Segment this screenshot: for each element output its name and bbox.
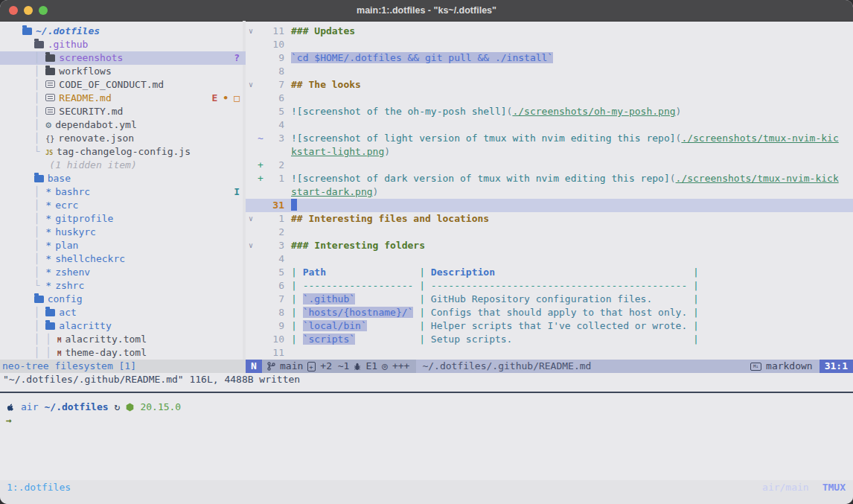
- editor-line[interactable]: 8: [246, 65, 853, 78]
- tree-item-label: tag-changelog-config.js: [57, 146, 191, 157]
- text-segment: `cd $HOME/.dotfiles && git pull && ./ins…: [291, 52, 553, 63]
- asterisk-file-icon: *: [45, 239, 51, 252]
- statusline-extra: +++: [392, 360, 409, 373]
- tree-item-screenshots[interactable]: │ screenshots?: [0, 51, 246, 65]
- fold-arrow-icon[interactable]: ∨: [246, 212, 256, 226]
- editor-line[interactable]: ~3![screenshot of light version of tmux …: [246, 132, 853, 145]
- tree-item--github[interactable]: .github: [0, 38, 246, 51]
- line-text: ![screenshot of the oh-my-posh shell](./…: [291, 105, 853, 118]
- editor-line[interactable]: ∨1## Interesting files and locations: [246, 212, 853, 226]
- titlebar[interactable]: main:1:.dotfiles - "ks~/.dotfiles": [0, 0, 853, 22]
- git-diff: +2 ~1: [320, 360, 349, 373]
- editor-line[interactable]: kstart-light.png): [246, 145, 853, 159]
- tree-item-ecrc[interactable]: │ *ecrc: [0, 199, 246, 212]
- tree-item-alacritty-toml[interactable]: │ │ Malacritty.toml: [0, 333, 246, 346]
- tree-item-act[interactable]: │ act: [0, 306, 246, 319]
- text-segment: ![screenshot of light version of tmux wi…: [291, 133, 676, 144]
- text-segment: |: [419, 307, 425, 318]
- editor-line[interactable]: 6: [246, 92, 853, 105]
- text-segment: `scripts`: [303, 334, 355, 345]
- tree-guide: │ │: [22, 334, 57, 345]
- editor-line[interactable]: 4: [246, 252, 853, 266]
- fold-arrow-icon[interactable]: ∨: [246, 239, 256, 252]
- line-number: 4: [265, 118, 284, 132]
- tree-item-readme-md[interactable]: │ README.mdE•□: [0, 92, 246, 105]
- line-text: | ------------------- | ----------------…: [291, 279, 853, 293]
- editor-line[interactable]: start-dark.png): [246, 185, 853, 199]
- text-segment: |: [291, 320, 297, 331]
- statusline-filename: ~/.dotfiles/.github/README.md: [416, 360, 750, 373]
- text-segment: ./screenshots/tmux-nvim-kick: [676, 173, 839, 184]
- editor-line[interactable]: 6| ------------------- | ---------------…: [246, 279, 853, 293]
- editor-line[interactable]: 11: [246, 346, 853, 360]
- tree-item-code-of-conduct-md[interactable]: │ CODE_OF_CONDUCT.md: [0, 78, 246, 92]
- text-segment: [297, 334, 303, 345]
- tree-item-security-md[interactable]: │ SECURITY.md: [0, 105, 246, 118]
- text-segment: [425, 334, 431, 345]
- tmux-status-bar: 1:.dotfiles air/main TMUX: [0, 480, 853, 504]
- tmux-window-tab[interactable]: 1:.dotfiles: [7, 480, 71, 497]
- editor-line[interactable]: 8| `hosts/{hostname}/` | Configs that sh…: [246, 306, 853, 319]
- text-segment: Helper scripts that I've collected or wr…: [431, 320, 687, 331]
- fold-column: [246, 145, 256, 159]
- editor-line[interactable]: ∨3### Interesting folders: [246, 239, 853, 252]
- editor-line[interactable]: 2: [246, 226, 853, 239]
- line-number: 2: [265, 159, 284, 172]
- editor-line[interactable]: ∨7## The looks: [246, 78, 853, 92]
- tree-item-renovate-json[interactable]: │ {}renovate.json: [0, 132, 246, 145]
- tree-item-huskyrc[interactable]: │ *huskyrc: [0, 226, 246, 239]
- line-number: 31: [265, 199, 284, 212]
- tree-item-plan[interactable]: │ *plan: [0, 239, 246, 252]
- editor-line[interactable]: 10: [246, 38, 853, 51]
- prompt-arrow[interactable]: →: [6, 414, 12, 427]
- gear-icon: ⚙: [45, 118, 51, 132]
- editor-line[interactable]: 5![screenshot of the oh-my-posh shell](.…: [246, 105, 853, 118]
- tree-item-alacritty[interactable]: │ alacritty: [0, 319, 246, 333]
- tree-item--1-hidden-item-[interactable]: (1 hidden item): [0, 159, 246, 172]
- editor-line[interactable]: 7| `.github` | GitHub Repository configu…: [246, 293, 853, 306]
- tree-item-zshrc[interactable]: └ *zshrc: [0, 279, 246, 293]
- line-number: 5: [265, 105, 284, 118]
- filetype-segment: M↓ markdown: [750, 360, 820, 373]
- editor-line[interactable]: 5| Path | Description |: [246, 266, 853, 279]
- tree-item-tag-changelog-config-js[interactable]: └ JStag-changelog-config.js: [0, 145, 246, 159]
- tree-item-bashrc[interactable]: │ *bashrcI: [0, 185, 246, 199]
- fold-column: [246, 172, 256, 185]
- asterisk-file-icon: *: [45, 226, 51, 239]
- editor-pane[interactable]: ∨11### Updates109`cd $HOME/.dotfiles && …: [246, 25, 853, 360]
- tree-item-label: zshrc: [55, 280, 84, 291]
- text-segment: [297, 307, 303, 318]
- editor-line[interactable]: 9`cd $HOME/.dotfiles && git pull && ./in…: [246, 51, 853, 65]
- editor-line[interactable]: 10| `scripts` | Setup scripts. |: [246, 333, 853, 346]
- editor-line[interactable]: ∨11### Updates: [246, 25, 853, 38]
- tree-item-zshenv[interactable]: │ *zshenv: [0, 266, 246, 279]
- fold-arrow-icon[interactable]: ∨: [246, 78, 256, 92]
- tree-item-theme-day-toml[interactable]: │ │ Mtheme-day.toml: [0, 346, 246, 360]
- tree-item-config[interactable]: config: [0, 293, 246, 306]
- editor-line[interactable]: +1![screenshot of dark version of tmux w…: [246, 172, 853, 185]
- tree-item-workflows[interactable]: │ workflows: [0, 65, 246, 78]
- fold-column: [246, 333, 256, 346]
- fold-arrow-icon[interactable]: ∨: [246, 25, 256, 38]
- tree-item-shellcheckrc[interactable]: │ *shellcheckrc: [0, 252, 246, 266]
- git-sign: [256, 92, 265, 105]
- tree-item-gitprofile[interactable]: │ *gitprofile: [0, 212, 246, 226]
- tree-item-label: (1 hidden item): [49, 159, 136, 170]
- tree-item-dependabot-yml[interactable]: │ ⚙dependabot.yml: [0, 118, 246, 132]
- tree-item-label: dependabot.yml: [55, 119, 137, 130]
- line-text: [291, 38, 853, 51]
- tree-item--dotfiles[interactable]: ~/.dotfiles: [0, 25, 246, 38]
- editor-line[interactable]: 31: [246, 199, 853, 212]
- line-text: ![screenshot of dark version of tmux wit…: [291, 172, 853, 185]
- line-text: ## The looks: [291, 78, 853, 92]
- fold-column: [246, 105, 256, 118]
- fold-column: [246, 346, 256, 360]
- git-info-segment: main+2 ~1E1◎+++: [262, 360, 416, 373]
- neo-tree-panel[interactable]: ~/.dotfiles .github │ screenshots? │ wor…: [0, 25, 246, 360]
- git-sign: [256, 239, 265, 252]
- tree-item-base[interactable]: base: [0, 172, 246, 185]
- editor-line[interactable]: +2: [246, 159, 853, 172]
- editor-line[interactable]: 9| `local/bin` | Helper scripts that I'v…: [246, 319, 853, 333]
- editor-line[interactable]: 4: [246, 118, 853, 132]
- text-segment: (: [670, 173, 676, 184]
